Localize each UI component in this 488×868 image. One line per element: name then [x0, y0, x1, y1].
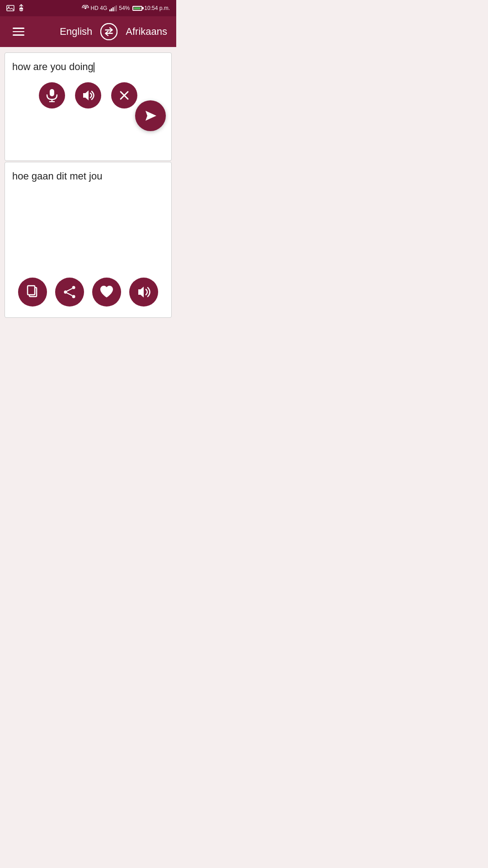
svg-rect-18 — [28, 286, 35, 295]
source-language-button[interactable]: English — [60, 26, 92, 38]
svg-rect-8 — [116, 5, 117, 11]
output-text-display: hoe gaan dit met jou — [12, 170, 164, 184]
swap-languages-button[interactable] — [100, 23, 117, 40]
status-bar: HD 4G 54% 10:54 p.m. — [0, 0, 176, 16]
svg-marker-13 — [83, 90, 89, 100]
battery-percent: 54% — [119, 5, 130, 11]
svg-point-20 — [72, 286, 75, 289]
output-section: hoe gaan dit met jou — [5, 162, 172, 318]
microphone-icon — [46, 89, 58, 102]
share-button[interactable] — [55, 278, 84, 307]
speaker-icon — [81, 90, 95, 101]
copy-icon — [26, 285, 39, 299]
hamburger-menu-button[interactable] — [9, 24, 28, 39]
language-selector: English Afrikaans — [60, 23, 167, 40]
svg-rect-2 — [19, 8, 23, 9]
battery-icon — [132, 6, 142, 11]
cast-icon — [82, 5, 89, 11]
status-bar-left-icons — [6, 4, 24, 12]
heart-icon — [99, 285, 114, 299]
svg-rect-6 — [113, 7, 114, 11]
svg-rect-7 — [114, 6, 116, 11]
network-type: HD 4G — [91, 5, 108, 11]
svg-point-1 — [8, 6, 9, 8]
svg-rect-4 — [109, 9, 111, 11]
svg-marker-16 — [145, 111, 156, 121]
listen-button[interactable] — [75, 82, 101, 108]
svg-rect-5 — [111, 8, 113, 11]
status-bar-right: HD 4G 54% 10:54 p.m. — [82, 5, 170, 11]
share-icon — [63, 285, 76, 299]
close-icon — [119, 90, 130, 101]
image-icon — [6, 5, 14, 11]
svg-point-21 — [72, 295, 75, 298]
microphone-button[interactable] — [39, 82, 65, 108]
usb-icon — [18, 4, 24, 12]
menu-line-1 — [13, 28, 24, 29]
output-listen-button[interactable] — [129, 278, 158, 307]
translate-button[interactable] — [135, 100, 166, 131]
toolbar: English Afrikaans — [0, 16, 176, 47]
favorite-button[interactable] — [92, 278, 121, 307]
input-actions-bar — [12, 82, 164, 108]
signal-bars — [109, 5, 117, 11]
time-display: 10:54 p.m. — [144, 5, 170, 11]
menu-line-3 — [13, 34, 24, 36]
svg-line-23 — [67, 293, 72, 296]
copy-button[interactable] — [18, 278, 47, 307]
target-language-button[interactable]: Afrikaans — [126, 26, 167, 38]
svg-marker-24 — [138, 287, 144, 297]
input-text-content: how are you doing — [12, 61, 94, 72]
output-text-content: hoe gaan dit met jou — [12, 170, 102, 182]
text-cursor — [94, 62, 94, 72]
input-section: how are you doing — [5, 52, 172, 161]
svg-point-19 — [64, 290, 67, 293]
svg-rect-10 — [50, 89, 54, 96]
send-icon — [144, 109, 157, 123]
svg-line-22 — [67, 288, 72, 291]
svg-point-3 — [84, 7, 86, 9]
svg-point-9 — [101, 24, 117, 40]
menu-line-2 — [13, 31, 24, 33]
volume-icon — [136, 286, 151, 298]
clear-button[interactable] — [111, 82, 137, 108]
input-text-display: how are you doing — [12, 60, 164, 74]
output-actions-bar — [12, 278, 164, 307]
